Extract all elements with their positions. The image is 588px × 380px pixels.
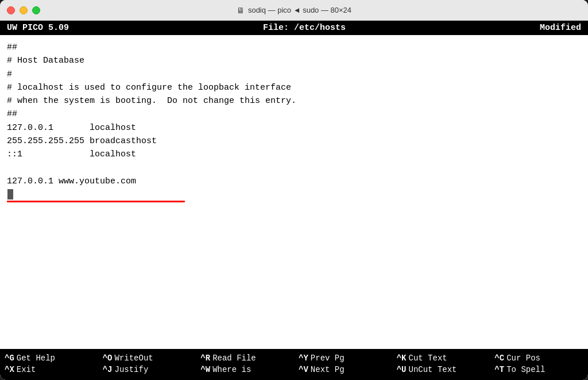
key-ctrl-r: ^R xyxy=(200,354,210,363)
pico-content-area[interactable]: ## # Host Database # # localhost is used… xyxy=(0,35,588,349)
pico-header: UW PICO 5.09 File: /etc/hosts Modified xyxy=(0,21,588,35)
footer-row-2: ^X Exit ^J Justify ^W Where is ^V Next P… xyxy=(0,364,588,375)
key-ctrl-u: ^U xyxy=(397,365,407,374)
label-writeout: WriteOut xyxy=(114,354,153,363)
label-prev-pg: Prev Pg xyxy=(311,354,345,363)
footer-row-1: ^G Get Help ^O WriteOut ^R Read File ^Y … xyxy=(0,352,588,364)
label-get-help: Get Help xyxy=(17,354,55,363)
pico-filename: File: /etc/hosts xyxy=(263,23,346,33)
close-button[interactable] xyxy=(7,6,15,14)
footer-item-cut-text: ^K Cut Text xyxy=(392,354,490,363)
footer-item-justify: ^J Justify xyxy=(98,365,196,374)
text-cursor xyxy=(7,189,13,199)
title-text: sodiq — pico ◄ sudo — 80×24 xyxy=(248,6,351,14)
minimize-button[interactable] xyxy=(20,6,28,14)
key-ctrl-c: ^C xyxy=(494,354,504,363)
maximize-button[interactable] xyxy=(32,6,40,14)
pico-status: Modified xyxy=(540,23,581,33)
footer-item-next-pg: ^V Next Pg xyxy=(294,365,392,374)
label-exit: Exit xyxy=(17,365,36,374)
footer-item-cur-pos: ^C Cur Pos xyxy=(490,354,588,363)
key-ctrl-o: ^O xyxy=(103,354,113,363)
title-bar: 🖥 sodiq — pico ◄ sudo — 80×24 xyxy=(0,0,588,21)
footer-item-exit: ^X Exit xyxy=(0,365,98,374)
key-ctrl-v: ^V xyxy=(299,365,308,374)
label-cur-pos: Cur Pos xyxy=(506,354,540,363)
terminal-window: 🖥 sodiq — pico ◄ sudo — 80×24 UW PICO 5.… xyxy=(0,0,588,380)
footer-item-read-file: ^R Read File xyxy=(196,354,294,363)
label-justify: Justify xyxy=(114,365,148,374)
pico-editor[interactable]: UW PICO 5.09 File: /etc/hosts Modified #… xyxy=(0,21,588,380)
footer-item-where-is: ^W Where is xyxy=(196,365,294,374)
traffic-lights xyxy=(7,6,40,14)
pico-version: UW PICO 5.09 xyxy=(7,23,69,33)
label-where-is: Where is xyxy=(212,365,251,374)
red-underline xyxy=(7,201,185,202)
footer-item-to-spell: ^T To Spell xyxy=(490,365,588,374)
footer-item-uncut-text: ^U UnCut Text xyxy=(392,365,490,374)
key-ctrl-k: ^K xyxy=(397,354,407,363)
pico-footer: ^G Get Help ^O WriteOut ^R Read File ^Y … xyxy=(0,349,588,380)
key-ctrl-y: ^Y xyxy=(299,354,308,363)
cursor-line xyxy=(7,188,13,201)
key-ctrl-w: ^W xyxy=(200,365,210,374)
footer-item-prev-pg: ^Y Prev Pg xyxy=(294,354,392,363)
label-next-pg: Next Pg xyxy=(311,365,345,374)
key-ctrl-j: ^J xyxy=(103,365,113,374)
footer-item-writeout: ^O WriteOut xyxy=(98,354,196,363)
label-read-file: Read File xyxy=(212,354,256,363)
label-to-spell: To Spell xyxy=(506,365,545,374)
key-ctrl-x: ^X xyxy=(5,365,14,374)
terminal-icon: 🖥 xyxy=(237,6,245,15)
footer-item-get-help: ^G Get Help xyxy=(0,354,98,363)
key-ctrl-g: ^G xyxy=(5,354,14,363)
label-uncut-text: UnCut Text xyxy=(409,365,457,374)
window-title: 🖥 sodiq — pico ◄ sudo — 80×24 xyxy=(237,6,351,15)
key-ctrl-t: ^T xyxy=(494,365,504,374)
label-cut-text: Cut Text xyxy=(409,354,447,363)
